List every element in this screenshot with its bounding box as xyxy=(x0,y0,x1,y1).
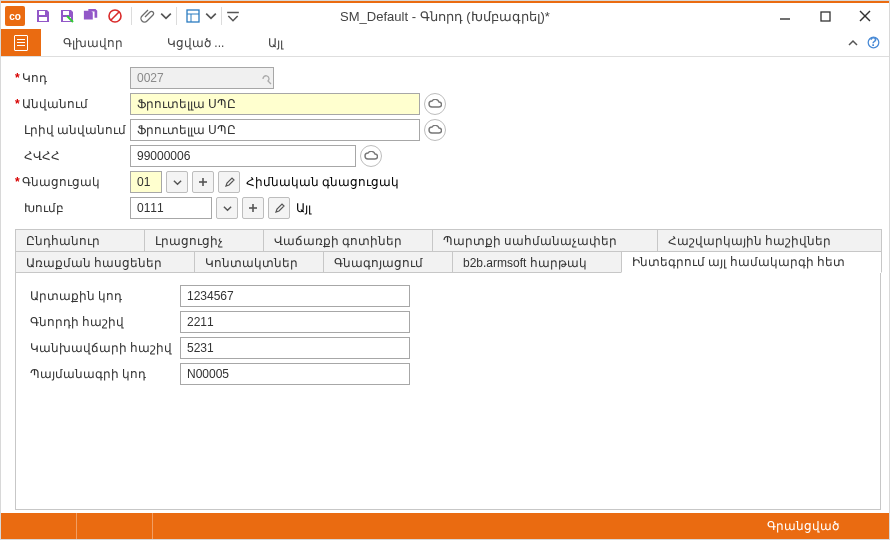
window-controls xyxy=(765,3,885,29)
tab-additional[interactable]: Լրացուցիչ xyxy=(144,229,264,251)
prepay-acc-input[interactable] xyxy=(180,337,410,359)
maximize-button[interactable] xyxy=(805,3,845,29)
tab-debtlimits[interactable]: Պարտքի սահմանաչափեր xyxy=(432,229,658,251)
tab-general[interactable]: Ընդհանուր xyxy=(15,229,145,251)
toolbar-separator xyxy=(131,7,132,25)
status-segment-1 xyxy=(1,513,77,539)
fullname-label: Լրիվ անվանում xyxy=(15,123,130,137)
window-title: SM_Default - Գնորդ (Խմբագրել)* xyxy=(340,9,550,24)
app-window: co xyxy=(0,0,890,540)
attach-dropdown[interactable] xyxy=(160,5,172,27)
save-button[interactable] xyxy=(31,5,55,27)
code-label-text: Կոդ xyxy=(22,71,47,85)
prepay-acc-label: Կանխավճարի հաշիվ xyxy=(30,341,180,355)
group-label: Խումբ xyxy=(15,201,130,215)
tab-contacts[interactable]: Կոնտակտներ xyxy=(194,251,324,273)
contract-label: Պայմանագրի կոդ xyxy=(30,367,180,381)
tab-panel-integration: Արտաքին կոդ Գնորդի հաշիվ Կանխավճարի հաշի… xyxy=(15,272,881,510)
tab-integration[interactable]: Ինտեգրում այլ համակարգի հետ xyxy=(621,251,882,273)
fullname-input[interactable] xyxy=(130,119,420,141)
group-name: Այլ xyxy=(296,201,311,215)
group-dropdown-button[interactable] xyxy=(216,197,238,219)
customize-quick-access[interactable] xyxy=(226,5,240,27)
tab-row-1: Ընդհանուր Լրացուցիչ Վաճառքի գոտիներ Պարտ… xyxy=(15,229,881,251)
tab-b2b[interactable]: b2b.armsoft հարթակ xyxy=(452,251,622,273)
svg-rect-6 xyxy=(187,10,199,22)
name-label-text: Անվանում xyxy=(22,97,88,111)
buyer-acc-label: Գնորդի հաշիվ xyxy=(30,315,180,329)
tab-row-2: Առաքման հասցեներ Կոնտակտներ Գնագոյացում … xyxy=(15,251,881,273)
ext-code-label: Արտաքին կոդ xyxy=(30,289,180,303)
pricelist-code-input[interactable] xyxy=(130,171,162,193)
code-lookup-button[interactable] xyxy=(255,67,277,89)
pricelist-edit-button[interactable] xyxy=(218,171,240,193)
app-icon: co xyxy=(5,6,25,26)
name-cloud-button[interactable] xyxy=(424,93,446,115)
contract-input[interactable] xyxy=(180,363,410,385)
toolbar-separator xyxy=(221,7,222,25)
status-text: Գրանցված xyxy=(767,519,839,533)
fullname-label-text: Լրիվ անվանում xyxy=(24,123,126,137)
ribbon-controls: ? xyxy=(845,29,889,56)
status-segment-2 xyxy=(77,513,153,539)
name-input[interactable] xyxy=(130,93,420,115)
form-button[interactable] xyxy=(181,5,205,27)
sheet-icon xyxy=(14,35,28,51)
fullname-cloud-button[interactable] xyxy=(424,119,446,141)
collapse-ribbon-icon[interactable] xyxy=(845,35,861,51)
tab-accounts[interactable]: Հաշվարկային հաշիվներ xyxy=(657,229,883,251)
tab-salezones[interactable]: Վաճառքի գոտիներ xyxy=(263,229,433,251)
svg-rect-2 xyxy=(63,11,69,15)
statusbar: Գրանցված xyxy=(1,513,889,539)
menu-other[interactable]: Այլ xyxy=(246,29,305,56)
menu-main[interactable]: Գլխավոր xyxy=(41,29,145,56)
toolbar-separator xyxy=(176,7,177,25)
pricelist-name: Հիմնական գնացուցակ xyxy=(246,175,399,189)
save-close-button[interactable] xyxy=(55,5,79,27)
pricelist-label-text: Գնացուցակ xyxy=(22,175,100,189)
attach-button[interactable] xyxy=(136,5,160,27)
file-menu-button[interactable] xyxy=(1,29,41,56)
svg-rect-0 xyxy=(39,11,45,15)
svg-rect-1 xyxy=(39,17,47,21)
tab-addresses[interactable]: Առաքման հասցեներ xyxy=(15,251,195,273)
titlebar: co xyxy=(1,1,889,29)
menubar: Գլխավոր Կցված ... Այլ ? xyxy=(1,29,889,57)
minimize-button[interactable] xyxy=(765,3,805,29)
group-edit-button[interactable] xyxy=(268,197,290,219)
close-button[interactable] xyxy=(845,3,885,29)
pricelist-add-button[interactable] xyxy=(192,171,214,193)
quick-toolbar xyxy=(31,5,240,27)
tab-container: Ընդհանուր Լրացուցիչ Վաճառքի գոտիներ Պարտ… xyxy=(15,229,881,273)
menu-attached[interactable]: Կցված ... xyxy=(145,29,246,56)
svg-line-5 xyxy=(111,12,119,20)
help-icon[interactable]: ? xyxy=(865,35,881,51)
pricelist-dropdown-button[interactable] xyxy=(166,171,188,193)
pricelist-label: *Գնացուցակ xyxy=(15,175,130,189)
group-add-button[interactable] xyxy=(242,197,264,219)
svg-rect-11 xyxy=(821,12,830,21)
tax-label-text: ՀՎՀՀ xyxy=(24,149,60,163)
group-label-text: Խումբ xyxy=(24,201,64,215)
group-code-input[interactable] xyxy=(130,197,212,219)
tax-cloud-button[interactable] xyxy=(360,145,382,167)
buyer-acc-input[interactable] xyxy=(180,311,410,333)
ext-code-input[interactable] xyxy=(180,285,410,307)
cancel-button[interactable] xyxy=(103,5,127,27)
code-label: *Կոդ xyxy=(15,71,130,85)
header-form: *Կոդ *Անվանում Լրիվ անվանում ՀՎՀՀ *Գնացո… xyxy=(1,57,889,225)
tax-label: ՀՎՀՀ xyxy=(15,149,130,163)
name-label: *Անվանում xyxy=(15,97,130,111)
tab-pricing[interactable]: Գնագոյացում xyxy=(323,251,453,273)
code-input xyxy=(130,67,274,89)
save-all-button[interactable] xyxy=(79,5,103,27)
svg-text:?: ? xyxy=(869,36,876,49)
tax-input[interactable] xyxy=(130,145,356,167)
form-dropdown[interactable] xyxy=(205,5,217,27)
